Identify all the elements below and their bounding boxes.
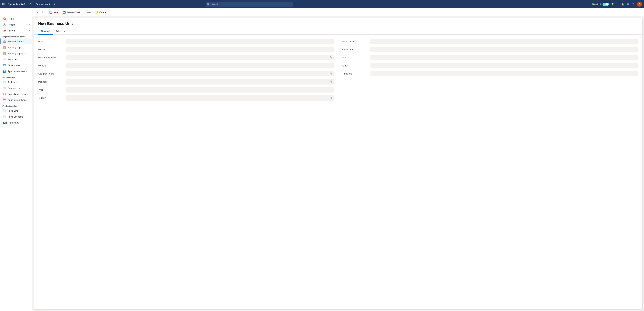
lightbulb-icon[interactable]: 💡 [611,3,614,5]
flow-chevron: ▾ [105,11,106,14]
home-icon: 🏠 [3,17,6,20]
target-groups-icon: 📋 [3,46,6,49]
sidebar-item-price-list-items[interactable]: 📄 Price List Items [0,114,32,120]
restore-icon: ⧉ [42,11,44,14]
brand-sep: | [27,2,28,6]
avatar[interactable]: R [637,2,642,7]
field-type[interactable]: --- [66,87,334,92]
search-icon-territory: 🔍 [330,97,332,99]
sidebar-item-territories-label: Territories [8,58,18,61]
sidebar-item-store-zones[interactable]: 🗺️ Store zones [0,62,32,68]
target-group-asso-icon: 📋 [3,52,6,55]
help-icon[interactable]: ❓ [632,3,634,5]
sidebar-item-target-group-asso[interactable]: 📋 Target group asso... [0,50,32,56]
sidebar-item-business-units[interactable]: 🏢 Business units [0,38,32,44]
field-assignee-team[interactable]: --- 🔍 [66,71,334,76]
new-look-switch[interactable] [602,3,609,6]
label-other-phone: Other Phone [342,48,370,51]
sidebar-item-target-groups-label: Target groups [8,46,22,49]
sidebar: ☰ 🏠 Home 🕐 Recent ▾ 📌 Pinned ▾ Organizat… [0,8,32,311]
new-button[interactable]: + New [82,10,93,15]
field-main-phone[interactable]: --- [370,39,638,44]
section-product-catalog: Product catalog [0,103,32,108]
brand-d365: Dynamics 365 [8,3,25,6]
label-type: Type [38,88,66,91]
form-row-other-phone: Other Phone --- [342,46,638,53]
field-fax[interactable]: --- [370,55,638,60]
sidebar-item-task-types[interactable]: 📄 Task types [0,79,32,85]
field-name[interactable]: --- [66,39,334,44]
add-icon[interactable]: ＋ [616,3,619,6]
form-row-main-phone: Main Phone --- [342,38,638,45]
sidebar-hamburger[interactable]: ☰ [0,8,32,16]
new-look-toggle: New look [592,3,609,6]
sidebar-item-territories[interactable]: 📖 Territories [0,56,32,62]
sidebar-item-cancellation-reaso[interactable]: 🚫 Cancellation reaso... [0,91,32,97]
tab-addresses[interactable]: Addresses [53,28,70,35]
field-manager[interactable]: --- 🔍 [66,79,334,84]
new-look-label: New look [592,3,602,5]
field-other-phone[interactable]: --- [370,47,638,52]
sidebar-item-price-list-items-label: Price List Items [8,115,23,118]
brand: Dynamics 365 | Store Operations Assist [8,2,55,6]
form-row-division: Division --- [38,46,334,53]
section-retail-actions: Retail actions [0,74,32,79]
sidebar-item-app-setup[interactable]: AS App setup ◇ [0,120,32,126]
pinned-icon: 📌 [3,29,6,32]
sidebar-item-target-groups[interactable]: 📋 Target groups [0,44,32,50]
save-button[interactable]: 💾 Save [48,10,60,15]
apps-icon[interactable]: ⊞ [2,2,5,6]
toolbar: ← ⧉ 💾 Save 💾 Save & Close + New ⚡ Flow ▾ [32,8,644,16]
pinned-chevron: ▾ [29,30,30,32]
sidebar-item-recent[interactable]: 🕐 Recent ▾ [0,22,32,28]
sidebar-item-pinned-label: Pinned [8,29,15,32]
request-types-icon: 📄 [3,87,6,89]
form-tabs: General Addresses [34,28,642,35]
app-setup-icon: AS [3,122,7,124]
back-icon: ← [36,11,39,14]
label-website: Website [38,64,66,67]
sidebar-item-pinned[interactable]: 📌 Pinned ▾ [0,28,32,33]
label-territory: Territory [38,97,66,99]
task-types-icon: 📄 [3,81,6,83]
sidebar-item-target-group-asso-label: Target group asso... [8,52,28,55]
save-close-label: Save & Close [66,11,80,14]
tab-general[interactable]: General [38,28,53,35]
form-row-fax: Fax --- [342,54,638,61]
sidebar-item-price-lists[interactable]: 📄 Price Lists [0,108,32,114]
required-star-name: * [44,40,46,43]
field-website[interactable]: --- [66,63,334,68]
back-button[interactable]: ← [35,10,40,14]
sidebar-item-request-types[interactable]: 📄 Request types [0,85,32,91]
sidebar-item-appointment-teams-label: Appointment teams [8,70,27,73]
sidebar-item-home-label: Home [8,17,14,20]
save-close-button[interactable]: 💾 Save & Close [61,10,82,15]
form-row-type: Type --- [38,86,334,93]
sidebar-item-cancellation-reaso-label: Cancellation reaso... [8,93,28,95]
sidebar-item-appointment-teams[interactable]: 👥 Appointment teams [0,68,32,74]
flow-button[interactable]: ⚡ Flow ▾ [94,10,108,15]
label-manager: Manager [38,80,66,83]
search-bar: 🔍 [206,1,293,7]
label-name: Name* [38,40,66,43]
search-input[interactable] [206,1,293,7]
search-icon: 🔍 [207,3,210,5]
save-label: Save [53,11,58,14]
appointment-types-icon: 📅 [3,98,6,101]
field-territory[interactable]: --- 🔍 [66,95,334,101]
form-row-timezone: Timezone* --- [342,70,638,77]
sidebar-item-appointment-types[interactable]: 📅 Appointment types [0,97,32,103]
field-timezone[interactable]: --- [370,71,638,76]
field-email[interactable]: --- [370,63,638,68]
sidebar-item-home[interactable]: 🏠 Home [0,16,32,22]
label-main-phone: Main Phone [342,40,370,43]
gear-icon[interactable]: ⚙️ [626,3,629,5]
field-division[interactable]: --- [66,47,334,52]
form-row-name: Name* --- [38,38,334,45]
restore-button[interactable]: ⧉ [40,10,44,14]
sidebar-item-store-zones-label: Store zones [8,64,20,67]
field-parent-business[interactable]: --- 🔍 [66,55,334,60]
cancellation-reaso-icon: 🚫 [3,92,6,95]
section-org-structure: Organizational structure [0,33,32,38]
bell-icon[interactable]: 🔔 [621,3,624,5]
